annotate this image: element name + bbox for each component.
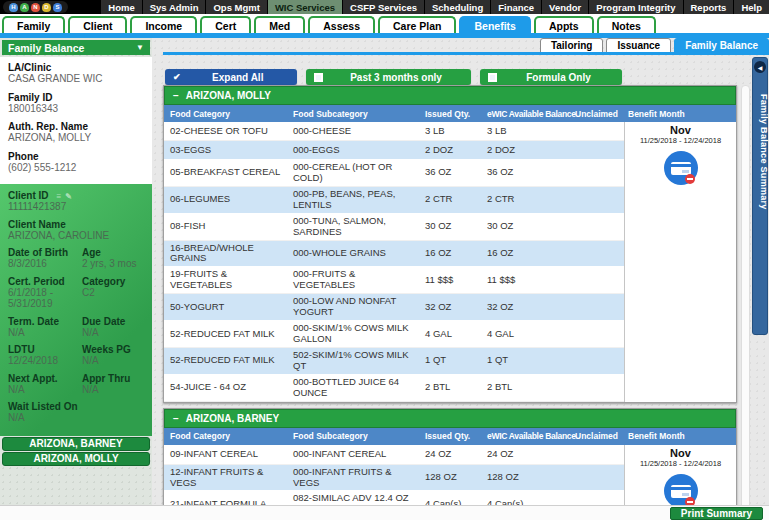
table-row[interactable]: 52-REDUCED FAT MILK502-SKIM/1% COWS MILK… [164, 348, 624, 375]
cell-unclaimed [571, 198, 624, 202]
field-cert-period: Cert. Period6/1/2018 - 5/31/2019 [8, 276, 80, 310]
subtab-family-balance[interactable]: Family Balance [674, 38, 769, 53]
balance-sections: −ARIZONA, MOLLYFood CategoryFood Subcate… [163, 85, 737, 520]
tab-assess[interactable]: Assess [308, 16, 375, 34]
table-row[interactable]: 08-FISH000-TUNA, SALMON, SARDINES30 OZ30… [164, 214, 624, 241]
table-row[interactable]: 50-YOGURT000-LOW AND NONFAT YOGURT32 OZ3… [164, 294, 624, 321]
cell-unclaimed [571, 476, 624, 480]
tab-benefits[interactable]: Benefits [459, 16, 530, 34]
table-row[interactable]: 16-BREAD/WHOLE GRAINS000-WHOLE GRAINS16 … [164, 241, 624, 268]
cell-food-category: 05-BREAKFAST CEREAL [164, 165, 289, 180]
cell-ewic-balance: 1 QT [483, 353, 571, 368]
table-row[interactable]: 02-CHEESE OR TOFU000-CHEESE3 LB3 LB [164, 122, 624, 141]
table-row[interactable]: 05-BREAKFAST CEREAL000-CEREAL (HOT OR CO… [164, 160, 624, 187]
member-button-arizona-molly[interactable]: ARIZONA, MOLLY [2, 452, 150, 466]
ewic-card-icon[interactable] [664, 474, 698, 508]
tab-med[interactable]: Med [254, 16, 305, 34]
past-3-months-toggle[interactable]: Past 3 months only [306, 69, 471, 85]
nav-item-wic-services[interactable]: WIC Services [268, 0, 342, 14]
cell-food-category: 08-FISH [164, 219, 289, 234]
table-row[interactable]: 12-INFANT FRUITS & VEGS000-INFANT FRUITS… [164, 465, 624, 492]
formula-only-toggle[interactable]: Formula Only [480, 69, 622, 85]
benefit-period-label: 11/25/2018 - 12/24/2018 [625, 136, 736, 145]
tab-appts[interactable]: Appts [534, 16, 594, 34]
table-row[interactable]: 19-FRUITS & VEGETABLES000-FRUITS & VEGET… [164, 267, 624, 294]
subtab-tailoring[interactable]: Tailoring [540, 38, 603, 53]
sidebar: Family Balance ▼ LA/ClinicCASA GRANDE WI… [0, 38, 152, 520]
nav-item-home[interactable]: Home [101, 0, 141, 14]
subtab-issuance[interactable]: Issuance [606, 38, 671, 53]
cell-unclaimed [571, 359, 624, 363]
field-value: N/A [82, 355, 148, 367]
family-member-list: ARIZONA, BARNEYARIZONA, MOLLY [0, 436, 152, 468]
field-label: Cert. Period [8, 276, 76, 287]
cell-food-subcategory: 502-SKIM/1% COWS MILK QT [289, 348, 421, 374]
expand-all-button[interactable]: ✔ Expand All [165, 69, 297, 85]
ewic-card-icon[interactable] [664, 151, 698, 185]
hand-letter-icon: H [9, 3, 18, 12]
nav-item-reports[interactable]: Reports [684, 0, 734, 14]
formula-only-label: Formula Only [503, 72, 614, 83]
vertical-scrollbar[interactable] [741, 85, 750, 520]
family-balance-summary-tab[interactable]: ◀ Family Balance Summary [752, 57, 768, 335]
table-row[interactable]: 52-REDUCED FAT MILK000-SKIM/1% COWS MILK… [164, 321, 624, 348]
field-label: LDTU [8, 344, 76, 355]
field-value: C2 [82, 287, 148, 299]
column-header-food-subcategory: Food Subcategory [289, 431, 421, 441]
nav-item-sys-admin[interactable]: Sys Admin [143, 0, 206, 14]
field-la-clinic: LA/ClinicCASA GRANDE WIC [8, 62, 152, 85]
table-body: 02-CHEESE OR TOFU000-CHEESE3 LB3 LB03-EG… [164, 122, 736, 402]
field-age: Age2 yrs, 3 mos [82, 247, 152, 270]
cell-food-category: 54-JUICE - 64 OZ [164, 380, 289, 395]
tab-notes[interactable]: Notes [597, 16, 656, 34]
tab-family[interactable]: Family [2, 16, 65, 34]
top-nav-bar: HANDS HomeSys AdminOps MgmtWIC ServicesC… [0, 0, 769, 14]
sub-tab-row: TailoringIssuanceFamily Balance [540, 38, 769, 53]
field-label: Date of Birth [8, 247, 76, 258]
list-icon[interactable]: ≡ [57, 192, 62, 201]
field-value: N/A [8, 384, 76, 396]
tab-care-plan[interactable]: Care Plan [378, 16, 456, 34]
table-row[interactable]: 54-JUICE - 64 OZ000-BOTTLED JUICE 64 OUN… [164, 375, 624, 402]
cell-issued-qty: 24 OZ [421, 447, 483, 462]
nav-item-vendor[interactable]: Vendor [542, 0, 588, 14]
section-header[interactable]: −ARIZONA, MOLLY [164, 86, 736, 105]
field-value: 6/1/2018 - 5/31/2019 [8, 287, 76, 310]
cell-food-subcategory: 000-INFANT FRUITS & VEGS [289, 465, 421, 491]
field-value: ARIZONA, MOLLY [8, 132, 152, 144]
print-summary-button[interactable]: Print Summary [670, 507, 763, 520]
cell-food-subcategory: 000-INFANT CEREAL [289, 447, 421, 462]
column-header-unclaimed: Unclaimed [571, 109, 624, 119]
cell-unclaimed [571, 225, 624, 229]
family-balance-summary-label: Family Balance Summary [753, 94, 769, 210]
cell-ewic-balance: 11 $$$ [483, 273, 571, 288]
nav-item-finance[interactable]: Finance [491, 0, 541, 14]
nav-item-ops-mgmt[interactable]: Ops Mgmt [206, 0, 266, 14]
nav-item-help[interactable]: Help [734, 0, 769, 14]
card-face-icon [671, 162, 691, 175]
field-label: Next Appt. [8, 373, 76, 384]
cell-issued-qty: 1 QT [421, 353, 483, 368]
top-nav-items: HomeSys AdminOps MgmtWIC ServicesCSFP Se… [101, 0, 769, 14]
table-row[interactable]: 06-LEGUMES000-PB, BEANS, PEAS, LENTILS2 … [164, 187, 624, 214]
table-row[interactable]: 03-EGGS000-EGGS2 DOZ2 DOZ [164, 141, 624, 160]
collapse-minus-icon: − [173, 90, 179, 101]
cell-issued-qty: 2 DOZ [421, 143, 483, 158]
sidebar-header-family-balance[interactable]: Family Balance ▼ [2, 40, 150, 55]
nav-item-program-integrity[interactable]: Program Integrity [589, 0, 682, 14]
cell-ewic-balance: 24 OZ [483, 447, 571, 462]
section-title: ARIZONA, BARNEY [186, 413, 279, 424]
tab-client[interactable]: Client [68, 16, 127, 34]
table-row[interactable]: 09-INFANT CEREAL000-INFANT CEREAL24 OZ24… [164, 445, 624, 465]
section-header[interactable]: −ARIZONA, BARNEY [164, 409, 736, 428]
edit-icon[interactable]: ✎ [65, 192, 72, 201]
cell-ewic-balance: 2 DOZ [483, 143, 571, 158]
nav-item-scheduling[interactable]: Scheduling [425, 0, 490, 14]
nav-item-csfp-services[interactable]: CSFP Services [343, 0, 424, 14]
tab-cert[interactable]: Cert [200, 16, 251, 34]
tab-income[interactable]: Income [130, 16, 197, 34]
column-header-food-category: Food Category [164, 431, 289, 441]
member-button-arizona-barney[interactable]: ARIZONA, BARNEY [2, 437, 150, 451]
card-face-icon [671, 485, 691, 498]
collapse-arrow-icon[interactable]: ◀ [754, 61, 766, 73]
